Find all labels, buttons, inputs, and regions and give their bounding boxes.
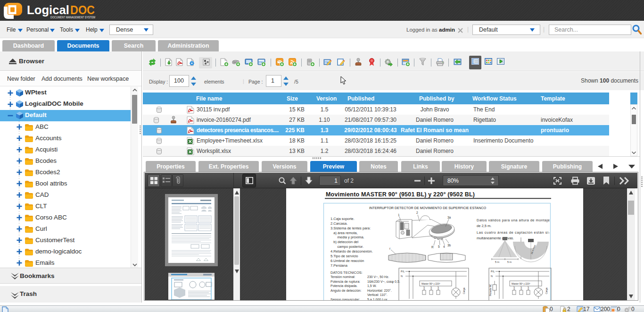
svg-text:3.Sistema de lentes para:: 3.Sistema de lentes para: bbox=[330, 226, 371, 230]
svg-text:5.Tipo de servicio: 5.Tipo de servicio bbox=[330, 254, 358, 258]
svg-text:1.Caja soporte.: 1.Caja soporte. bbox=[330, 217, 355, 221]
svg-text:R: R bbox=[431, 245, 434, 249]
svg-text:Potencia de ruptura:: Potencia de ruptura: bbox=[330, 280, 360, 284]
svg-text:Movimiento MASTER 90° (9501 BL: Movimiento MASTER 90° (9501 BL) y 220° (… bbox=[326, 191, 475, 198]
svg-text:DATOS TECNICOS:: DATOS TECNICOS: bbox=[330, 270, 363, 275]
svg-text:Pulsador NC: Pulsador NC bbox=[489, 284, 492, 296]
svg-text:Las cuatro áreas de captación: Las cuatro áreas de captación están si- bbox=[477, 230, 550, 235]
svg-text:Carga: Carga bbox=[545, 287, 548, 294]
svg-text:5 m: 5 m bbox=[507, 261, 512, 263]
svg-text:16A/230 V~, cosφ 0,5.: 16A/230 V~, cosφ 0,5. bbox=[367, 280, 400, 284]
svg-text:multáneamente activas.: multáneamente activas. bbox=[477, 236, 514, 240]
svg-text:Datos válidos para una altura: Datos válidos para una altura de montaje bbox=[477, 218, 550, 222]
svg-text:7.Persiana: 7.Persiana bbox=[330, 263, 348, 268]
svg-text:media y próxima.: media y próxima. bbox=[330, 235, 364, 239]
svg-text:2: 2 bbox=[416, 211, 418, 214]
svg-text:de 2,5 m.: de 2,5 m. bbox=[477, 224, 491, 228]
svg-text:230 V~, 50 Hz.: 230 V~, 50 Hz. bbox=[367, 275, 389, 278]
svg-text:aux: aux bbox=[527, 287, 529, 290]
svg-text:4: 4 bbox=[443, 245, 445, 248]
svg-text:Angulo de detección:: Angulo de detección: bbox=[330, 289, 361, 293]
svg-text:Logical: Logical bbox=[27, 3, 69, 17]
svg-text:aux: aux bbox=[513, 287, 515, 290]
svg-text:aux: aux bbox=[437, 287, 439, 290]
svg-text:Vertical: 110°.: Vertical: 110°. bbox=[367, 293, 388, 296]
svg-text:N: N bbox=[401, 275, 403, 278]
svg-text:Potencia disipada.: Potencia disipada. bbox=[330, 284, 357, 288]
svg-text:5 m: 5 m bbox=[495, 261, 500, 263]
svg-text:r: r bbox=[389, 247, 391, 250]
svg-text:1,5 W.: 1,5 W. bbox=[367, 284, 377, 287]
svg-text:campo posterior.: campo posterior. bbox=[330, 245, 363, 249]
svg-text:Carga: Carga bbox=[462, 287, 465, 294]
svg-text:3a: 3a bbox=[447, 216, 451, 219]
svg-text:P/L: P/L bbox=[491, 270, 495, 273]
svg-text:5: 5 bbox=[438, 245, 440, 248]
svg-text:6.Umbral de reacción: 6.Umbral de reacción bbox=[330, 259, 364, 263]
svg-text:INTERRUPTOR DETECTOR DE MOVIMI: INTERRUPTOR DETECTOR DE MOVIMIENTO DE SU… bbox=[369, 206, 486, 210]
svg-text:Tensión nominal:: Tensión nominal: bbox=[330, 275, 355, 278]
svg-text:N: N bbox=[491, 275, 493, 278]
svg-text:DOCUMENT MANAGEMENT SYSTEM: DOCUMENT MANAGEMENT SYSTEM bbox=[50, 16, 95, 19]
svg-text:Master 90º y 220º: Master 90º y 220º bbox=[421, 282, 440, 285]
svg-text:P/L: P/L bbox=[401, 270, 405, 273]
svg-text:Sensor crepuscular:: Sensor crepuscular: bbox=[330, 298, 360, 300]
svg-text:aux: aux bbox=[423, 287, 425, 290]
svg-text:aux: aux bbox=[430, 287, 432, 290]
svg-text:a) área remota,: a) área remota, bbox=[330, 231, 358, 235]
svg-text:2.Carcasa.: 2.Carcasa. bbox=[330, 221, 347, 226]
svg-text:b) detección del: b) detección del bbox=[330, 240, 359, 244]
svg-text:5 a 1.000 Lux.: 5 a 1.000 Lux. bbox=[367, 298, 388, 300]
svg-text:3b: 3b bbox=[447, 244, 451, 247]
svg-text:4.Retardo de desconexión.: 4.Retardo de desconexión. bbox=[330, 249, 373, 253]
svg-text:Master 90º y 220º: Master 90º y 220º bbox=[512, 282, 530, 285]
svg-text:DOC: DOC bbox=[70, 3, 95, 17]
svg-text:Horizontal: 220°.: Horizontal: 220°. bbox=[367, 289, 392, 292]
svg-text:1: 1 bbox=[398, 213, 400, 217]
svg-text:aux: aux bbox=[520, 287, 522, 290]
